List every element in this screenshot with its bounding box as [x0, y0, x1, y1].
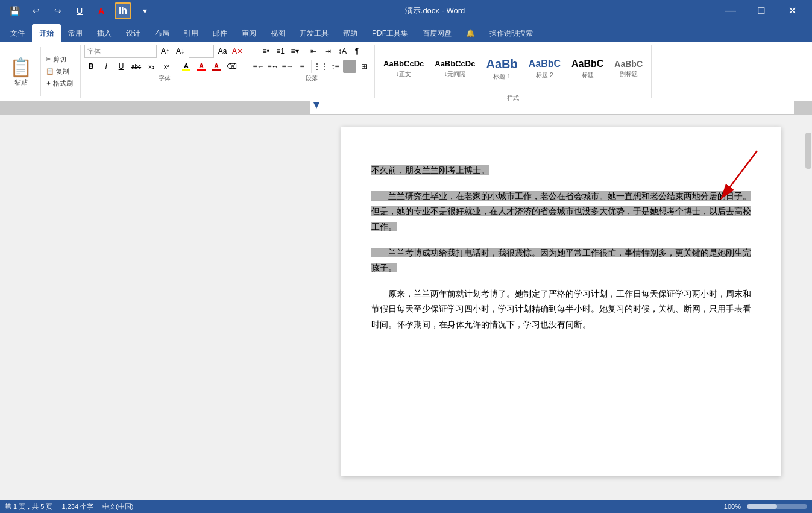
- tab-common[interactable]: 常用: [61, 24, 90, 42]
- paragraph-3: 兰兰考博成功给我打电话时，我很震惊。因为她平常工作很忙，事情特别多，更关键的是她…: [371, 245, 751, 275]
- eraser-button[interactable]: ⌫: [225, 60, 238, 73]
- line-spacing-button[interactable]: ↕≡: [329, 60, 342, 73]
- style-heading1[interactable]: AaBb 标题 1: [481, 45, 522, 93]
- format-painter-button[interactable]: ✦ 格式刷: [43, 78, 75, 89]
- undo-button[interactable]: ↩: [28, 2, 45, 19]
- bold-button[interactable]: B: [84, 60, 98, 73]
- indent-marker[interactable]: [313, 102, 319, 109]
- font-group: A↑ A↓ Aa A✕ B I U abc x₂ x² A A: [81, 45, 248, 98]
- status-bar: 第 1 页，共 5 页 1,234 个字 中文(中国) 100%: [0, 500, 812, 513]
- para-3-text: 兰兰考博成功给我打电话时，我很震惊。因为她平常工作很忙，事情特别多，更关键的是她…: [371, 248, 751, 272]
- underline-qat-button[interactable]: U: [71, 2, 88, 19]
- clipboard-group: 📋 粘贴 ✂ 剪切 📋 复制 ✦ 格式刷: [0, 45, 81, 98]
- save-button[interactable]: 💾: [6, 2, 23, 19]
- subscript-button[interactable]: x₂: [145, 60, 158, 73]
- font-family-input[interactable]: [84, 45, 157, 58]
- style-heading2[interactable]: AaBbC 标题 2: [524, 45, 565, 93]
- vertical-scrollbar[interactable]: [804, 115, 812, 500]
- tab-pdf[interactable]: PDF工具集: [365, 24, 415, 42]
- tab-home[interactable]: 开始: [32, 24, 61, 42]
- tab-review[interactable]: 审阅: [234, 24, 263, 42]
- cut-button[interactable]: ✂ 剪切: [43, 54, 75, 65]
- zoom-fill: [747, 504, 777, 509]
- align-left-button[interactable]: ≡←: [252, 60, 265, 73]
- shading-button[interactable]: [343, 60, 356, 73]
- paste-button[interactable]: 📋 粘贴: [5, 54, 37, 89]
- tab-layout[interactable]: 布局: [148, 24, 177, 42]
- justify-button[interactable]: ≡: [295, 60, 309, 73]
- title-bar: 💾 ↩ ↪ U A Ih ▾ 演示.docx - Word — □ ✕: [0, 0, 812, 21]
- tab-search[interactable]: 操作说明搜索: [482, 24, 540, 42]
- tab-developer[interactable]: 开发工具: [292, 24, 336, 42]
- document-area[interactable]: 不久前，朋友兰兰刚考上博士。 兰兰研究生毕业，在老家的小城市工作，老公在省会城市…: [310, 115, 812, 513]
- font-color-2-button[interactable]: A: [210, 60, 223, 73]
- customize-qat-button[interactable]: ▾: [136, 2, 153, 19]
- paragraph-group: ≡• ≡1 ≡▾ ⇤ ⇥ ↕A ¶ ≡← ≡↔ ≡→ ≡ ⋮⋮ ↕≡ ⊞ 段落: [248, 45, 375, 98]
- zoom-level: 100%: [724, 503, 741, 510]
- style-no-spacing[interactable]: AaBbCcDc ↓无间隔: [430, 45, 480, 93]
- para-2-text: 兰兰研究生毕业，在老家的小城市工作，老公在省会城市。她一直想和老公结束两地分居的…: [371, 191, 751, 231]
- language: 中文(中国): [102, 502, 133, 511]
- text-highlight-button[interactable]: A: [180, 60, 193, 73]
- font-shrink-button[interactable]: A↓: [174, 45, 187, 58]
- superscript-button[interactable]: x²: [160, 60, 173, 73]
- redo-button[interactable]: ↪: [49, 2, 66, 19]
- tab-baidu[interactable]: 百度网盘: [415, 24, 459, 42]
- align-right-button[interactable]: ≡→: [281, 60, 294, 73]
- change-case-button[interactable]: Aa: [216, 45, 229, 58]
- increase-indent-button[interactable]: ⇥: [321, 45, 335, 58]
- document-title: 演示.docx - Word: [153, 5, 717, 16]
- ribbon-tab-bar: 文件 开始 常用 插入 设计 布局 引用 邮件 审阅 视图 开发工具 帮助 PD…: [0, 21, 812, 42]
- font-color-button[interactable]: A: [195, 60, 208, 73]
- styles-group: AaBbCcDc ↓正文 AaBbCcDc ↓无间隔 AaBb 标题 1 AaB…: [375, 45, 652, 98]
- page-info: 第 1 页，共 5 页: [5, 502, 52, 511]
- minimize-button[interactable]: —: [717, 0, 744, 21]
- font-size-input[interactable]: [189, 45, 214, 58]
- style-normal[interactable]: AaBbCcDc ↓正文: [379, 45, 429, 93]
- italic-button[interactable]: I: [99, 60, 113, 73]
- paragraph-group-label: 段落: [252, 73, 371, 83]
- close-button[interactable]: ✕: [778, 0, 806, 21]
- decrease-indent-button[interactable]: ⇤: [307, 45, 320, 58]
- paragraph-1: 不久前，朋友兰兰刚考上博士。: [371, 163, 751, 178]
- strikethrough-button[interactable]: abc: [130, 60, 143, 73]
- clear-formatting-button[interactable]: A✕: [231, 45, 244, 58]
- align-center-button[interactable]: ≡↔: [266, 60, 280, 73]
- font-grow-button[interactable]: A↑: [159, 45, 172, 58]
- style-subtitle[interactable]: AaBbC 副标题: [609, 45, 647, 93]
- main-area: 不久前，朋友兰兰刚考上博士。 兰兰研究生毕业，在老家的小城市工作，老公在省会城市…: [0, 115, 812, 513]
- font-group-label: 字体: [84, 73, 244, 83]
- document-page: 不久前，朋友兰兰刚考上博士。 兰兰研究生毕业，在老家的小城市工作，老公在省会城市…: [341, 127, 781, 476]
- tab-insert[interactable]: 插入: [90, 24, 119, 42]
- para-1-text: 不久前，朋友兰兰刚考上博士。: [371, 165, 489, 175]
- multilevel-list-button[interactable]: ≡▾: [288, 45, 301, 58]
- tab-mailings[interactable]: 邮件: [206, 24, 234, 42]
- font-color-qat-button[interactable]: A: [93, 2, 110, 19]
- highlight-qat-button[interactable]: Ih: [115, 2, 131, 19]
- ruler-right-margin: [794, 101, 812, 114]
- underline-button[interactable]: U: [115, 60, 128, 73]
- maximize-button[interactable]: □: [747, 0, 775, 21]
- show-formatting-button[interactable]: ¶: [350, 45, 364, 58]
- style-title[interactable]: AaBbC 标题: [567, 45, 608, 93]
- tab-view[interactable]: 视图: [263, 24, 292, 42]
- numbering-button[interactable]: ≡1: [274, 45, 287, 58]
- tab-design[interactable]: 设计: [119, 24, 148, 42]
- borders-button[interactable]: ⊞: [357, 60, 371, 73]
- ruler-content: [310, 101, 794, 114]
- tab-help[interactable]: 帮助: [336, 24, 365, 42]
- para-4-text: 原来，兰兰两年前就计划考博了。她制定了严格的学习计划，工作日每天保证学习两小时，…: [371, 289, 751, 329]
- zoom-slider[interactable]: [747, 504, 807, 509]
- ruler-left-margin: [0, 101, 310, 114]
- quick-access-toolbar: 💾 ↩ ↪ U A Ih ▾: [6, 2, 153, 19]
- bullets-button[interactable]: ≡•: [259, 45, 272, 58]
- tab-notify[interactable]: 🔔: [459, 24, 482, 42]
- sort-button[interactable]: ↕A: [336, 45, 349, 58]
- tab-references[interactable]: 引用: [177, 24, 206, 42]
- status-right: 100%: [724, 503, 807, 510]
- copy-button[interactable]: 📋 复制: [43, 66, 75, 77]
- scrollbar-thumb[interactable]: [805, 133, 811, 169]
- window-controls: — □ ✕: [717, 0, 806, 21]
- tab-file[interactable]: 文件: [3, 24, 32, 42]
- columns-button[interactable]: ⋮⋮: [314, 60, 327, 73]
